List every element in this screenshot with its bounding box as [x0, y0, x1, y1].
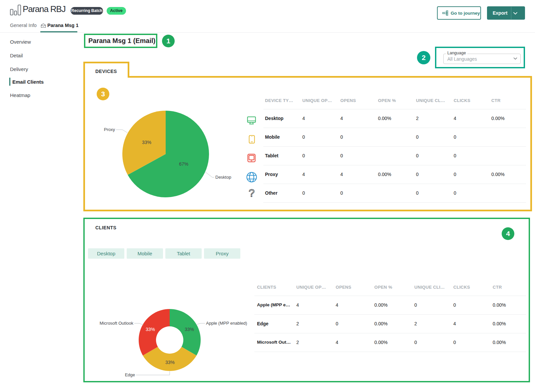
svg-text:33%: 33% [185, 327, 194, 332]
svg-text:33%: 33% [142, 140, 151, 145]
svg-text:33%: 33% [146, 327, 155, 332]
svg-text:33%: 33% [165, 360, 175, 365]
svg-text:67%: 67% [179, 161, 188, 167]
svg-text:Edge: Edge [125, 372, 135, 377]
svg-text:Apple (MPP enabled): Apple (MPP enabled) [206, 321, 247, 326]
svg-text:Proxy: Proxy [104, 127, 115, 132]
svg-text:?: ? [249, 188, 255, 198]
svg-text:Microsoft Outlook: Microsoft Outlook [100, 321, 134, 326]
svg-text:Desktop: Desktop [215, 175, 231, 180]
